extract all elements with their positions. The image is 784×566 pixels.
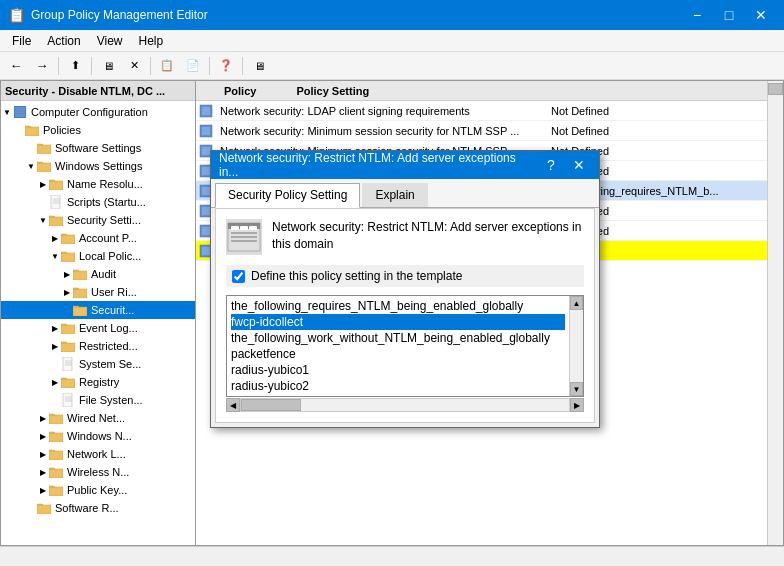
tree-toggle-icon[interactable]: ▶ <box>49 376 61 388</box>
define-policy-label[interactable]: Define this policy setting in the templa… <box>251 269 462 283</box>
textbox-line: the_following_requires_NTLM_being_enable… <box>231 298 565 314</box>
tree-toggle-icon[interactable]: ▼ <box>1 106 13 118</box>
close-button[interactable]: ✕ <box>746 0 776 30</box>
table-row[interactable]: Network security: LDAP client signing re… <box>196 101 767 121</box>
tree-content[interactable]: ▼Computer ConfigurationPoliciesSoftware … <box>1 101 195 545</box>
tree-item[interactable]: ▼Security Setti... <box>1 211 195 229</box>
modal-policy-title: Network security: Restrict NTLM: Add ser… <box>272 219 584 253</box>
tree-item[interactable]: System Se... <box>1 355 195 373</box>
tree-item[interactable]: ▼Local Polic... <box>1 247 195 265</box>
tree-toggle-icon[interactable] <box>13 124 25 136</box>
folder-icon <box>49 483 63 497</box>
tree-item[interactable]: ▶Audit <box>1 265 195 283</box>
policy-row-icon <box>196 124 216 138</box>
tree-toggle-icon[interactable]: ▶ <box>49 232 61 244</box>
tree-item-label: Windows Settings <box>53 160 142 172</box>
properties-button[interactable]: 🖥 <box>247 55 271 77</box>
menu-help[interactable]: Help <box>131 32 172 50</box>
tree-toggle-icon[interactable]: ▼ <box>37 214 49 226</box>
forward-button[interactable]: → <box>30 55 54 77</box>
tree-toggle-icon[interactable] <box>25 142 37 154</box>
svg-rect-1 <box>15 107 25 117</box>
tree-item[interactable]: Policies <box>1 121 195 139</box>
tree-item-label: Event Log... <box>77 322 138 334</box>
tree-toggle-icon[interactable]: ▶ <box>49 340 61 352</box>
textbox-hscroll[interactable]: ◀ ▶ <box>226 398 584 412</box>
svg-rect-56 <box>231 240 257 242</box>
tree-toggle-icon[interactable]: ▶ <box>37 430 49 442</box>
tree-item[interactable]: ▼Windows Settings <box>1 157 195 175</box>
tree-toggle-icon[interactable] <box>49 394 61 406</box>
tree-item[interactable]: ▶User Ri... <box>1 283 195 301</box>
tree-item[interactable]: File Systen... <box>1 391 195 409</box>
tree-toggle-icon[interactable]: ▶ <box>37 484 49 496</box>
copy-button[interactable]: 📋 <box>155 55 179 77</box>
file-icon <box>61 357 75 371</box>
svg-rect-2 <box>25 127 39 136</box>
tree-item-label: Wired Net... <box>65 412 125 424</box>
table-row[interactable]: Network security: Minimum session securi… <box>196 121 767 141</box>
menu-action[interactable]: Action <box>39 32 88 50</box>
tree-toggle-icon[interactable]: ▼ <box>25 160 37 172</box>
tree-item[interactable]: ▶Windows N... <box>1 427 195 445</box>
tree-toggle-icon[interactable]: ▶ <box>49 322 61 334</box>
policy-textbox-container: the_following_requires_NTLM_being_enable… <box>226 295 584 397</box>
svg-rect-30 <box>49 469 63 478</box>
help-button[interactable]: ❓ <box>214 55 238 77</box>
define-policy-checkbox[interactable] <box>232 270 245 283</box>
tree-toggle-icon[interactable]: ▶ <box>61 286 73 298</box>
menu-view[interactable]: View <box>89 32 131 50</box>
tab-security-policy-setting[interactable]: Security Policy Setting <box>215 183 360 208</box>
policy-textbox[interactable]: the_following_requires_NTLM_being_enable… <box>227 296 569 396</box>
maximize-button[interactable]: □ <box>714 0 744 30</box>
svg-rect-32 <box>37 505 51 514</box>
tree-item[interactable]: Software Settings <box>1 139 195 157</box>
tree-item-label: Restricted... <box>77 340 138 352</box>
tree-item[interactable]: Securit... <box>1 301 195 319</box>
tree-item[interactable]: ▼Computer Configuration <box>1 103 195 121</box>
tree-toggle-icon[interactable]: ▶ <box>37 178 49 190</box>
tree-toggle-icon[interactable] <box>61 304 73 316</box>
tree-toggle-icon[interactable]: ▶ <box>37 448 49 460</box>
tree-item[interactable]: Scripts (Startu... <box>1 193 195 211</box>
tree-toggle-icon[interactable]: ▶ <box>37 412 49 424</box>
back-button[interactable]: ← <box>4 55 28 77</box>
tree-item-label: Computer Configuration <box>29 106 148 118</box>
paste-button[interactable]: 📄 <box>181 55 205 77</box>
modal-help-button[interactable]: ? <box>541 155 561 175</box>
up-button[interactable]: ⬆ <box>63 55 87 77</box>
textbox-vscroll[interactable]: ▲ ▼ <box>569 296 583 396</box>
svg-rect-34 <box>202 107 210 115</box>
tree-toggle-icon[interactable] <box>25 502 37 514</box>
delete-button[interactable]: ✕ <box>122 55 146 77</box>
policy-value-cell: Not Defined <box>547 105 767 117</box>
tree-item[interactable]: ▶Name Resolu... <box>1 175 195 193</box>
tree-toggle-icon[interactable]: ▼ <box>49 250 61 262</box>
tree-toggle-icon[interactable]: ▶ <box>61 268 73 280</box>
tree-item[interactable]: ▶Restricted... <box>1 337 195 355</box>
svg-rect-15 <box>73 307 87 316</box>
tree-item[interactable]: ▶Event Log... <box>1 319 195 337</box>
policy-row-icon <box>196 104 216 118</box>
menu-file[interactable]: File <box>4 32 39 50</box>
svg-rect-38 <box>202 147 210 155</box>
right-scrollbar[interactable] <box>767 81 783 545</box>
tree-item[interactable]: ▶Account P... <box>1 229 195 247</box>
modal-close-button[interactable]: ✕ <box>567 153 591 177</box>
svg-rect-44 <box>202 207 210 215</box>
tree-toggle-icon[interactable] <box>49 358 61 370</box>
tree-item[interactable]: ▶Registry <box>1 373 195 391</box>
tab-explain[interactable]: Explain <box>362 183 427 207</box>
tree-toggle-icon[interactable]: ▶ <box>37 466 49 478</box>
tree-item[interactable]: ▶Wireless N... <box>1 463 195 481</box>
minimize-button[interactable]: − <box>682 0 712 30</box>
tree-item[interactable]: ▶Wired Net... <box>1 409 195 427</box>
tree-panel: Security - Disable NTLM, DC ... ▼Compute… <box>1 81 196 545</box>
tree-item[interactable]: Software R... <box>1 499 195 517</box>
svg-rect-53 <box>249 226 257 230</box>
tree-item[interactable]: ▶Public Key... <box>1 481 195 499</box>
show-hide-button[interactable]: 🖥 <box>96 55 120 77</box>
svg-rect-52 <box>240 226 248 230</box>
tree-toggle-icon[interactable] <box>37 196 49 208</box>
tree-item[interactable]: ▶Network L... <box>1 445 195 463</box>
